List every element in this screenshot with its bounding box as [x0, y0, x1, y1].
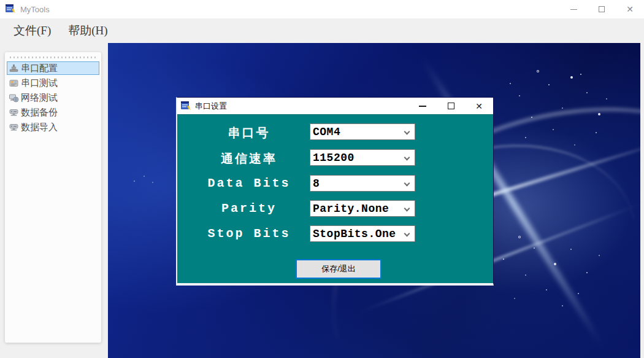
sparkles: [125, 177, 126, 178]
com-port-select[interactable]: COM4: [310, 123, 415, 140]
window-title: MyTools: [20, 5, 50, 14]
sidebar-item-label: 数据导入: [21, 122, 58, 133]
sidebar-item-label: 串口测试: [21, 77, 58, 89]
serial-test-icon: [9, 79, 19, 88]
parity-label: Parity: [188, 201, 310, 216]
form-row-com-port: 串口号 COM4: [177, 123, 493, 141]
sidebar-item-label: 数据备份: [21, 107, 58, 119]
sidebar-item-data-backup[interactable]: 数据备份: [7, 106, 99, 119]
chevron-down-icon: [404, 129, 410, 135]
sparkles: [519, 236, 520, 238]
save-exit-button[interactable]: 保存/退出: [296, 259, 381, 279]
data-bits-value: 8: [313, 177, 320, 190]
menu-help[interactable]: 帮助(H): [59, 20, 116, 41]
chevron-down-icon: [404, 231, 410, 237]
close-icon: ✕: [475, 101, 483, 111]
baud-rate-label: 通信速率: [188, 150, 310, 167]
data-bits-select[interactable]: 8: [310, 175, 415, 192]
dialog-titlebar: 串口设置 ✕: [177, 98, 493, 115]
sidebar-item-serial-test[interactable]: 串口测试: [7, 76, 99, 90]
chevron-down-icon: [404, 155, 410, 161]
menu-file[interactable]: 文件(F): [5, 20, 59, 41]
network-test-icon: [9, 93, 19, 103]
stop-bits-select[interactable]: StopBits.One: [310, 225, 415, 242]
chevron-down-icon: [404, 181, 410, 187]
sidebar-item-serial-config[interactable]: 串口配置: [7, 61, 99, 75]
form-row-baud-rate: 通信速率 115200: [177, 149, 493, 166]
minimize-icon: [419, 106, 426, 107]
menu-bar: 文件(F) 帮助(H): [0, 18, 644, 43]
form-row-parity: Parity Parity.None: [177, 200, 493, 217]
form-row-data-bits: Data Bits 8: [177, 175, 493, 192]
serial-port-icon: [9, 64, 19, 73]
sparkles: [537, 71, 539, 72]
sidebar-item-label: 网络测试: [21, 92, 58, 104]
sidebar-item-label: 串口配置: [21, 63, 58, 74]
data-bits-label: Data Bits: [188, 176, 310, 190]
maximize-icon: [599, 6, 605, 12]
close-icon: ✕: [626, 4, 634, 14]
minimize-icon: [570, 9, 577, 10]
window-controls: ✕: [559, 0, 644, 18]
dialog-app-icon: [181, 101, 191, 111]
parity-value: Parity.None: [313, 203, 389, 215]
close-button[interactable]: ✕: [616, 0, 644, 18]
stop-bits-value: StopBits.One: [313, 228, 396, 240]
maximize-button[interactable]: [588, 0, 616, 18]
dialog-minimize-button[interactable]: [408, 98, 437, 114]
dialog-close-button[interactable]: ✕: [465, 98, 493, 114]
data-backup-icon: [9, 108, 19, 117]
chevron-down-icon: [404, 206, 410, 212]
minimize-button[interactable]: [559, 0, 588, 18]
main-titlebar: MyTools ✕: [0, 0, 644, 18]
com-port-value: COM4: [313, 126, 340, 138]
sidebar-item-data-import[interactable]: 数据导入: [7, 120, 99, 134]
serial-settings-dialog: 串口设置 ✕ 串口号 COM4 通信速率 115200 Data Bits 8 …: [176, 97, 494, 286]
dialog-maximize-button[interactable]: [437, 98, 465, 114]
baud-rate-value: 115200: [313, 152, 355, 164]
data-import-icon: [9, 123, 19, 132]
parity-select[interactable]: Parity.None: [310, 200, 415, 217]
form-row-stop-bits: Stop Bits StopBits.One: [177, 225, 493, 243]
com-port-label: 串口号: [188, 125, 310, 141]
sidebar-item-network-test[interactable]: 网络测试: [7, 91, 99, 104]
baud-rate-select[interactable]: 115200: [310, 149, 415, 166]
maximize-icon: [448, 103, 454, 109]
dialog-controls: ✕: [408, 98, 493, 114]
app-icon: [6, 4, 16, 14]
stop-bits-label: Stop Bits: [188, 227, 310, 241]
sidebar: 串口配置 串口测试 网络测试 数据备份: [5, 52, 101, 343]
dialog-title: 串口设置: [195, 101, 227, 112]
toolbar-grip: [10, 56, 96, 58]
